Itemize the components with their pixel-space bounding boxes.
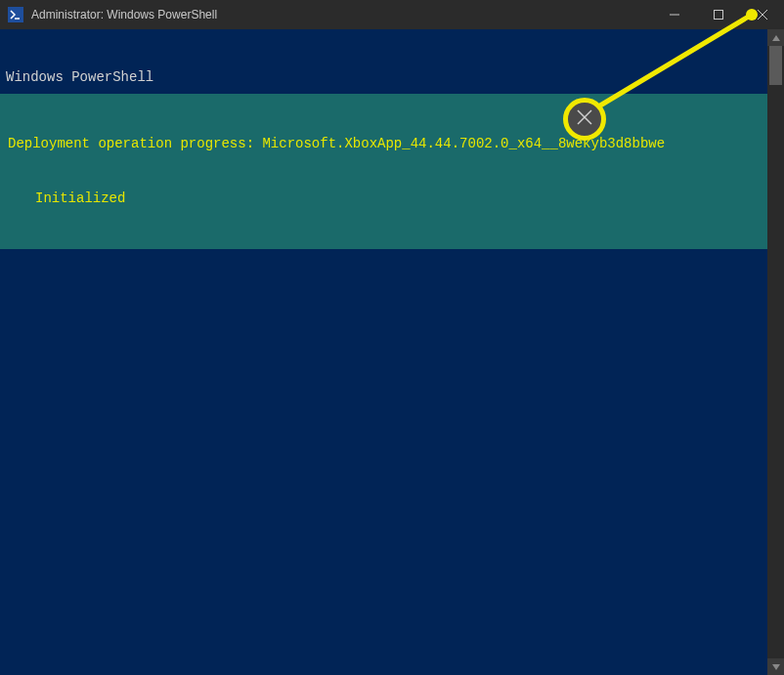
- scrollbar-down-button[interactable]: [767, 658, 784, 675]
- window-title: Administrator: Windows PowerShell: [31, 8, 652, 21]
- minimize-button[interactable]: [652, 0, 696, 29]
- scrollbar-thumb[interactable]: [769, 46, 782, 85]
- powershell-app-icon: [8, 7, 23, 22]
- maximize-button[interactable]: [696, 0, 740, 29]
- scrollbar-up-button[interactable]: [767, 29, 784, 46]
- terminal-content-area[interactable]: Windows PowerShell Copyright (C) Microso…: [0, 29, 767, 675]
- terminal-header-line: Windows PowerShell: [6, 68, 762, 87]
- vertical-scrollbar[interactable]: [767, 29, 784, 675]
- window-titlebar: Administrator: Windows PowerShell: [0, 0, 784, 29]
- svg-rect-3: [714, 11, 722, 20]
- close-icon: [577, 108, 592, 131]
- window-controls: [652, 0, 784, 29]
- progress-operation-text: Deployment operation progress: Microsoft…: [8, 135, 760, 153]
- annotation-close-callout: [563, 98, 606, 141]
- progress-status-text: Initialized: [8, 190, 760, 208]
- scrollbar-track[interactable]: [767, 46, 784, 658]
- deployment-progress-banner: Deployment operation progress: Microsoft…: [0, 94, 767, 249]
- annotation-target-dot: [746, 9, 758, 21]
